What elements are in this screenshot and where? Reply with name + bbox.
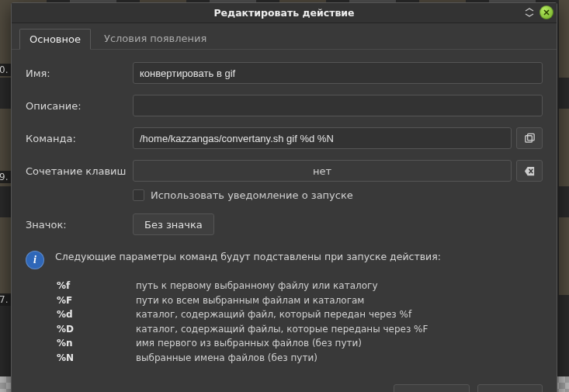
- bg-label: 7.: [0, 293, 11, 306]
- param-desc: пути ко всем выбранным файлам и каталога…: [136, 293, 364, 308]
- ok-button[interactable]: OK: [477, 384, 543, 392]
- description-input[interactable]: [133, 95, 543, 116]
- tab-basic[interactable]: Основное: [19, 29, 91, 50]
- name-input[interactable]: [133, 62, 543, 84]
- svg-rect-1: [527, 134, 533, 140]
- edit-action-dialog: Редактировать действие Основное Условия …: [11, 2, 557, 392]
- bg-label: 0.: [0, 64, 11, 76]
- param-key: %F: [57, 293, 113, 308]
- param-key: %n: [57, 336, 113, 351]
- label-icon: Значок:: [26, 219, 133, 231]
- svg-rect-0: [525, 135, 531, 141]
- startup-notify-checkbox[interactable]: [133, 189, 144, 201]
- param-desc: имя первого из выбранных файлов (без пут…: [136, 336, 362, 351]
- browse-command-button[interactable]: [516, 127, 543, 149]
- params-table: %fпуть к первому выбранному файлу или ка…: [57, 279, 543, 366]
- bg-label: 9.: [0, 171, 11, 183]
- cancel-button[interactable]: Отменить: [394, 384, 470, 392]
- label-description: Описание:: [26, 100, 133, 112]
- command-input[interactable]: [133, 127, 512, 149]
- param-key: %f: [57, 279, 113, 293]
- tab-conditions[interactable]: Условия появления: [94, 28, 217, 49]
- param-desc: выбранные имена файлов (без пути): [136, 351, 317, 366]
- maximize-icon[interactable]: [522, 5, 536, 19]
- param-key: %N: [57, 351, 113, 366]
- clear-shortcut-button[interactable]: [516, 160, 543, 182]
- param-desc: каталог, содержащий файл, который переда…: [136, 307, 411, 322]
- label-name: Имя:: [26, 68, 133, 79]
- icon-picker-button[interactable]: Без значка: [133, 213, 214, 235]
- info-icon: i: [26, 251, 44, 269]
- param-desc: путь к первому выбранному файлу или ката…: [136, 279, 377, 293]
- param-desc: каталог, содержащий файлы, которые перед…: [136, 322, 428, 337]
- shortcut-field[interactable]: нет: [133, 160, 512, 182]
- param-key: %d: [57, 307, 113, 322]
- close-icon[interactable]: [540, 5, 553, 19]
- param-key: %D: [57, 322, 113, 337]
- label-shortcut: Сочетание клавиш: [26, 165, 133, 177]
- startup-notify-label: Использовать уведомление о запуске: [151, 189, 353, 201]
- info-heading: Следующие параметры команд будут подстав…: [55, 249, 441, 269]
- titlebar: Редактировать действие: [12, 3, 557, 23]
- label-command: Команда:: [26, 133, 133, 144]
- dialog-title: Редактировать действие: [213, 7, 354, 19]
- tab-bar: Основное Условия появления: [12, 23, 557, 50]
